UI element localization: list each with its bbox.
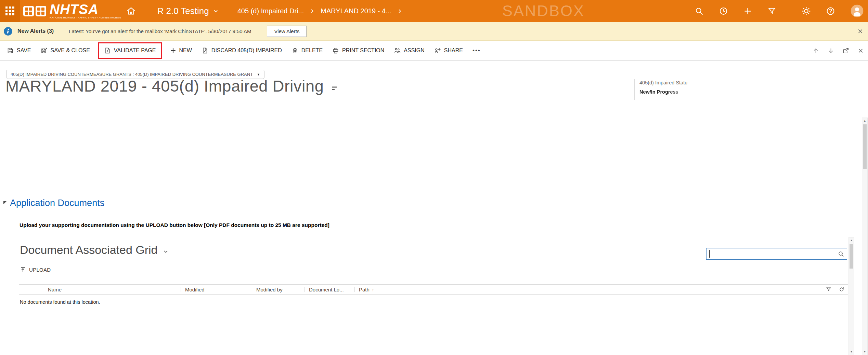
home-icon[interactable] <box>126 6 136 16</box>
printer-icon <box>332 47 339 54</box>
subgrid-chevron-down-icon[interactable] <box>163 249 168 254</box>
title-row: MARYLAND 2019 - 405(d) Impaired Driving <box>5 77 338 95</box>
app-name-label: R 2.0 Testing <box>157 6 209 16</box>
command-bar: SAVE SAVE & CLOSE VALIDATE PAGE NEW DISC… <box>0 41 868 61</box>
command-bar-right-controls <box>813 47 864 54</box>
save-close-icon <box>41 47 48 54</box>
grid-select-all-column[interactable] <box>19 285 44 294</box>
logo-pictogram-1 <box>23 6 34 16</box>
record-menu-icon[interactable] <box>331 84 338 92</box>
logo-pictogram-2 <box>36 6 46 16</box>
close-form-icon[interactable] <box>858 48 864 54</box>
share-button[interactable]: SHARE <box>429 41 468 60</box>
assign-people-icon <box>394 47 401 54</box>
scroll-record-up-icon[interactable] <box>813 47 819 54</box>
scroll-up-arrow[interactable]: ▲ <box>849 237 854 243</box>
grid-scrollbar[interactable]: ▲ ▼ <box>848 237 854 355</box>
header-field-divider <box>634 79 635 100</box>
page-title: MARYLAND 2019 - 405(d) Impaired Driving <box>5 77 324 95</box>
assign-button[interactable]: ASSIGN <box>389 41 429 60</box>
chevron-down-icon <box>213 9 218 14</box>
topbar-icons <box>695 0 864 22</box>
upload-button[interactable]: UPLOAD <box>20 267 51 273</box>
column-header-path[interactable]: Path ↑ <box>355 285 401 294</box>
view-alerts-button[interactable]: View Alerts <box>267 26 307 37</box>
scrollbar-thumb[interactable] <box>850 244 853 269</box>
save-button[interactable]: SAVE <box>2 41 36 60</box>
section-title: Application Documents <box>10 198 104 208</box>
alert-message: Latest: You've got an alert for the mail… <box>69 28 251 34</box>
advanced-find-icon[interactable] <box>767 6 776 15</box>
settings-gear-icon[interactable] <box>802 6 811 16</box>
status-field-value[interactable]: New/In Progress <box>639 89 692 95</box>
plus-icon <box>170 47 176 54</box>
breadcrumb: R 2.0 Testing 405 (d) Impaired Dri... MA… <box>136 6 408 16</box>
waffle-icon <box>5 6 14 15</box>
quick-create-icon[interactable] <box>743 6 752 16</box>
chevron-right-icon <box>397 9 402 14</box>
grid-refresh-icon[interactable] <box>839 287 844 292</box>
help-icon[interactable] <box>826 6 835 16</box>
sort-ascending-icon: ↑ <box>372 287 374 292</box>
dropdown-arrow-icon: ▼ <box>257 73 260 76</box>
column-header-modified[interactable]: Modified <box>181 285 252 294</box>
section-application-documents[interactable]: Application Documents <box>3 198 104 208</box>
grid-header: Name Modified Modified by Document Lo...… <box>19 284 848 295</box>
header-status-field: 405(d) Impaired Statu New/In Progress <box>634 79 692 100</box>
collapse-triangle-icon <box>3 201 7 204</box>
share-icon <box>434 47 441 54</box>
logo-caption: NATIONAL HIGHWAY TRAFFIC SAFETY ADMINIST… <box>50 16 121 19</box>
pop-out-icon[interactable] <box>843 47 849 54</box>
validate-page-annotation: VALIDATE PAGE <box>98 42 162 59</box>
validate-page-button[interactable]: VALIDATE PAGE <box>101 47 159 54</box>
subgrid-title-row: Document Associated Grid <box>20 243 168 257</box>
app-launcher-button[interactable] <box>0 0 20 22</box>
breadcrumb-entity[interactable]: 405 (d) Impaired Dri... <box>237 7 304 15</box>
alert-close-icon[interactable] <box>857 28 863 34</box>
save-icon <box>7 47 14 54</box>
nhtsa-logo[interactable]: NHTSA NATIONAL HIGHWAY TRAFFIC SAFETY AD… <box>23 0 121 22</box>
delete-button[interactable]: DELETE <box>287 41 327 60</box>
column-divider <box>401 287 401 292</box>
scrollbar-thumb[interactable] <box>863 124 867 169</box>
logo-text: NHTSA <box>50 3 121 16</box>
scroll-record-down-icon[interactable] <box>828 47 834 54</box>
nav-app-name[interactable]: R 2.0 Testing <box>157 6 218 16</box>
scroll-up-arrow[interactable]: ▲ <box>862 118 867 124</box>
print-section-button[interactable]: PRINT SECTION <box>327 41 389 60</box>
new-button[interactable]: NEW <box>165 41 197 60</box>
search-icon[interactable] <box>695 6 704 16</box>
grid-empty-message: No documents found at this location. <box>20 299 100 305</box>
page-scrollbar[interactable]: ▲ ▼ <box>862 118 868 355</box>
column-header-document-location[interactable]: Document Lo... <box>305 285 354 294</box>
discard-document-icon <box>202 47 208 54</box>
alert-bar: New Alerts (3) Latest: You've got an ale… <box>0 22 868 41</box>
text-caret <box>709 250 710 258</box>
subgrid-title: Document Associated Grid <box>20 243 158 257</box>
sandbox-watermark: SANDBOX <box>502 2 585 20</box>
column-header-name[interactable]: Name <box>44 285 181 294</box>
save-and-close-button[interactable]: SAVE & CLOSE <box>36 41 95 60</box>
column-header-modified-by[interactable]: Modified by <box>252 285 305 294</box>
chevron-right-icon <box>310 9 315 14</box>
upload-instruction-text: Upload your supporting documentation usi… <box>20 222 329 228</box>
upload-icon <box>20 267 26 273</box>
alert-title: New Alerts (3) <box>17 28 54 34</box>
scroll-down-arrow[interactable]: ▼ <box>849 349 854 355</box>
grid-filter-icon[interactable] <box>826 287 831 292</box>
top-navigation-bar: NHTSA NATIONAL HIGHWAY TRAFFIC SAFETY AD… <box>0 0 868 22</box>
user-avatar[interactable] <box>850 4 864 18</box>
document-search-input[interactable] <box>706 248 847 260</box>
trash-icon <box>292 47 298 54</box>
search-icon[interactable] <box>838 251 844 257</box>
discard-button[interactable]: DISCARD 405(D) IMPAIRED <box>197 41 287 60</box>
breadcrumb-record[interactable]: MARYLAND 2019 - 4... <box>321 7 391 15</box>
more-commands-button[interactable]: ••• <box>468 41 485 60</box>
info-icon <box>3 27 13 36</box>
validate-page-icon <box>104 47 111 54</box>
status-field-label: 405(d) Impaired Statu <box>639 80 692 85</box>
recently-viewed-icon[interactable] <box>719 6 728 16</box>
scroll-down-arrow[interactable]: ▼ <box>862 349 867 355</box>
